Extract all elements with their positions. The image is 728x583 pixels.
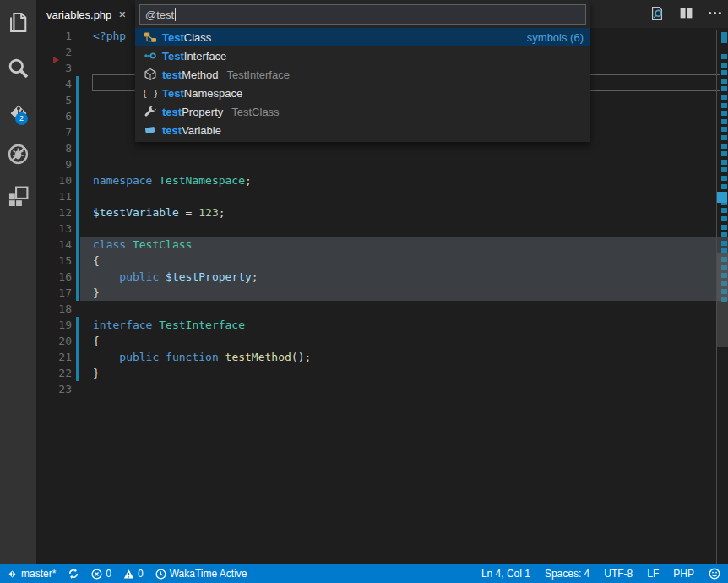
ruler-change-mark xyxy=(721,70,727,75)
symbol-label: TestClass xyxy=(162,31,211,44)
more-actions-button[interactable] xyxy=(706,7,723,24)
editor-line-16[interactable]: 16 public $testProperty; xyxy=(36,269,728,285)
code-text: namespace TestNamespace; xyxy=(79,174,252,187)
editor-line-9[interactable]: 9 xyxy=(36,156,728,172)
ruler-change-mark xyxy=(721,111,727,116)
error-marker-icon xyxy=(53,57,59,63)
status-bar-left: master*00WakaTime Active xyxy=(0,568,259,580)
activity-bar-item-extensions[interactable] xyxy=(0,177,36,215)
error-icon xyxy=(91,569,102,580)
ruler-change-mark xyxy=(721,63,727,68)
ruler-change-mark xyxy=(721,225,727,230)
status-ln-4-col-1[interactable]: Ln 4, Col 1 xyxy=(481,568,530,580)
status-sync[interactable] xyxy=(68,568,79,580)
activity-bar: 2 xyxy=(0,0,36,564)
editor-line-18[interactable]: 18 xyxy=(36,301,728,317)
quick-open-item-testclass[interactable]: TestClasssymbols (6) xyxy=(135,28,590,46)
status-lf[interactable]: LF xyxy=(647,568,659,580)
symbol-method-icon xyxy=(144,68,157,81)
git-gutter-marker xyxy=(76,301,79,317)
line-number: 9 xyxy=(36,158,72,171)
status-wakatime-active[interactable]: WakaTime Active xyxy=(155,568,247,580)
ruler-change-mark xyxy=(721,79,727,84)
activity-bar-item-debug[interactable] xyxy=(0,135,36,172)
line-number: 8 xyxy=(36,142,72,155)
open-preview-button[interactable] xyxy=(649,7,666,24)
ruler-change-mark xyxy=(721,86,727,91)
activity-bar-item-search[interactable] xyxy=(0,49,36,86)
status-smiley[interactable] xyxy=(709,568,720,580)
quick-open-item-testmethod[interactable]: testMethodTestInterface xyxy=(135,65,590,84)
editor-line-15[interactable]: 15{ xyxy=(36,253,728,269)
status-0[interactable]: 0 xyxy=(91,568,111,580)
tab-close-icon[interactable]: ✕ xyxy=(118,9,126,20)
quick-open-item-testproperty[interactable]: testPropertyTestClass xyxy=(135,102,590,121)
tab-variables-php[interactable]: variables.php ✕ xyxy=(36,0,136,30)
status-php[interactable]: PHP xyxy=(673,568,694,580)
text-cursor xyxy=(175,8,176,21)
git-gutter-marker xyxy=(76,156,79,172)
ruler-change-mark xyxy=(721,135,727,140)
git-gutter-marker xyxy=(76,76,79,92)
line-number: 7 xyxy=(36,126,72,139)
editor-line-12[interactable]: 12$testVariable = 123; xyxy=(36,204,728,221)
quick-open-input[interactable]: @test xyxy=(139,4,586,25)
git-gutter-marker xyxy=(76,92,79,108)
line-number: 14 xyxy=(36,238,72,251)
ruler-change-mark xyxy=(721,54,727,59)
scrollbar-slider[interactable] xyxy=(717,253,728,347)
editor-line-17[interactable]: 17} xyxy=(36,285,728,301)
line-number: 21 xyxy=(36,351,72,363)
editor-line-10[interactable]: 10namespace TestNamespace; xyxy=(36,172,728,188)
editor-line-14[interactable]: 14class TestClass xyxy=(36,237,728,253)
activity-bar-item-source-control[interactable]: 2 xyxy=(0,95,36,132)
quick-open-item-testinterface[interactable]: TestInterface xyxy=(135,46,590,65)
line-number: 19 xyxy=(36,319,72,331)
sync-icon xyxy=(68,568,79,580)
more-actions-icon xyxy=(708,6,722,24)
open-preview-icon xyxy=(649,6,665,25)
split-editor-button[interactable] xyxy=(677,7,694,24)
ruler-change-mark xyxy=(721,167,727,172)
status-0[interactable]: 0 xyxy=(123,568,144,580)
git-gutter-marker xyxy=(76,60,79,76)
ruler-change-mark xyxy=(717,192,727,203)
code-text: interface TestInterface xyxy=(79,319,245,331)
overview-ruler[interactable] xyxy=(716,30,728,564)
status-spaces-4[interactable]: Spaces: 4 xyxy=(545,568,589,580)
activity-bar-item-explorer[interactable] xyxy=(0,3,36,41)
quick-open-item-testnamespace[interactable]: { }TestNamespace xyxy=(135,84,590,102)
symbol-label: testProperty xyxy=(162,106,223,118)
symbol-variable-icon xyxy=(144,123,157,137)
symbol-description: TestClass xyxy=(231,106,279,118)
editor-line-13[interactable]: 13 xyxy=(36,221,728,237)
vscode-window: 2 variables.php ✕ 1<?php2345678910namesp… xyxy=(0,0,728,583)
git-gutter-marker xyxy=(76,381,79,397)
editor-line-21[interactable]: 21 public function testMethod(); xyxy=(36,349,728,365)
line-number: 17 xyxy=(36,286,72,299)
line-number: 16 xyxy=(36,270,72,283)
status-utf-8[interactable]: UTF-8 xyxy=(604,568,633,580)
editor-line-8[interactable]: 8 xyxy=(36,140,728,156)
editor-line-19[interactable]: 19interface TestInterface xyxy=(36,317,728,333)
symbol-label: TestNamespace xyxy=(162,87,242,100)
symbol-label: testMethod xyxy=(162,68,219,81)
explorer-icon xyxy=(7,11,30,34)
line-number: 12 xyxy=(36,206,72,219)
ruler-change-mark xyxy=(721,144,727,149)
clock-icon xyxy=(155,569,166,580)
quick-open-item-testvariable[interactable]: testVariable xyxy=(135,121,590,139)
quick-open-list: TestClasssymbols (6)TestInterfacetestMet… xyxy=(135,28,590,139)
warning-icon xyxy=(123,569,134,580)
search-icon xyxy=(7,57,30,79)
editor-line-22[interactable]: 22} xyxy=(36,365,728,381)
svg-text:{ }: { } xyxy=(144,88,157,99)
extensions-icon xyxy=(8,185,30,207)
editor-line-20[interactable]: 20{ xyxy=(36,333,728,349)
status-master[interactable]: master* xyxy=(7,568,56,580)
line-number: 11 xyxy=(36,190,72,203)
code-text: } xyxy=(79,367,100,379)
line-number: 20 xyxy=(36,335,72,347)
editor-line-11[interactable]: 11 xyxy=(36,188,728,204)
editor-line-23[interactable]: 23 xyxy=(36,381,728,397)
